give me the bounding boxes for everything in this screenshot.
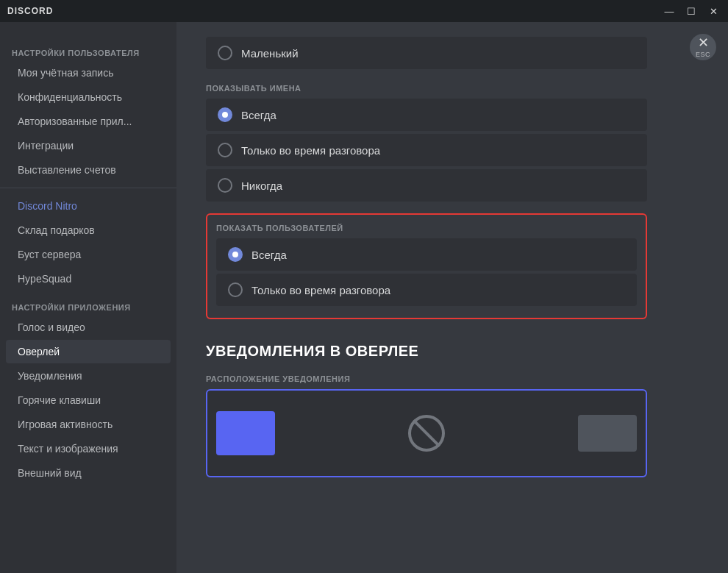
window-controls: — ☐ ✕ [662, 4, 721, 18]
sidebar-item-billing[interactable]: Выставление счетов [6, 158, 171, 182]
no-permission-icon [408, 415, 445, 452]
sidebar-item-notifications[interactable]: Уведомления [6, 364, 171, 388]
title-bar: DISCORD — ☐ ✕ [0, 0, 728, 22]
names-always-radio[interactable] [218, 107, 232, 122]
sidebar-item-discord-nitro[interactable]: Discord Nitro [6, 194, 171, 218]
users-always-label: Всегда [251, 249, 287, 261]
sidebar-item-hotkeys[interactable]: Горячие клавиши [6, 388, 171, 412]
names-talking-option[interactable]: Только во время разговора [206, 134, 647, 166]
users-talking-radio[interactable] [228, 282, 243, 297]
esc-label: ESC [696, 51, 710, 58]
close-settings-button[interactable]: ✕ ESC [690, 34, 716, 60]
sidebar-item-voice-video[interactable]: Голос и видео [6, 316, 171, 339]
small-radio[interactable] [218, 46, 232, 60]
notification-position-label: РАСПОЛОЖЕНИЕ УВЕДОМЛЕНИЯ [206, 374, 647, 383]
sidebar-item-overlay[interactable]: Оверлей [6, 340, 171, 363]
names-always-option[interactable]: Всегда [206, 99, 647, 131]
close-icon: ✕ [698, 36, 709, 49]
sidebar-item-hypesquad[interactable]: HypeSquad [6, 267, 171, 291]
notification-position-diagram [206, 389, 647, 477]
sidebar: НАСТРОЙКИ ПОЛЬЗОВАТЕЛЯ Моя учётная запис… [0, 22, 176, 573]
sidebar-item-my-account[interactable]: Моя учётная запись [6, 61, 171, 85]
notif-position-right[interactable] [578, 415, 637, 452]
sidebar-item-authorized-apps[interactable]: Авторизованные прил... [6, 110, 171, 133]
names-never-label: Никогда [241, 179, 282, 192]
close-button[interactable]: ✕ [706, 4, 721, 18]
sidebar-item-integrations[interactable]: Интеграции [6, 134, 171, 157]
show-users-section: ПОКАЗАТЬ ПОЛЬЗОВАТЕЛЕЙ Всегда Только во … [206, 213, 647, 319]
users-always-radio[interactable] [228, 247, 243, 262]
names-never-radio[interactable] [218, 178, 232, 193]
sidebar-item-appearance[interactable]: Внешний вид [6, 461, 171, 485]
minimize-button[interactable]: — [662, 4, 677, 18]
sidebar-item-text-images[interactable]: Текст и изображения [6, 437, 171, 460]
users-talking-label: Только во время разговора [251, 284, 390, 296]
names-never-option[interactable]: Никогда [206, 169, 647, 202]
sidebar-item-privacy[interactable]: Конфиденциальность [6, 85, 171, 109]
users-talking-option[interactable]: Только во время разговора [216, 274, 637, 306]
notif-position-left[interactable] [216, 411, 275, 455]
sidebar-item-gift-inventory[interactable]: Склад подарков [6, 218, 171, 242]
settings-content: Маленький ПОКАЗЫВАТЬ ИМЕНА Всегда Только… [176, 22, 677, 507]
sidebar-item-game-activity[interactable]: Игровая активность [6, 413, 171, 436]
small-option[interactable]: Маленький [206, 37, 647, 69]
small-label: Маленький [241, 47, 299, 60]
content-area: ✕ ESC Маленький ПОКАЗЫВАТЬ ИМЕНА Всегда … [176, 22, 728, 573]
sidebar-item-server-boost[interactable]: Буст сервера [6, 243, 171, 266]
notifications-title: УВЕДОМЛЕНИЯ В ОВЕРЛЕЕ [206, 343, 647, 360]
user-settings-label: НАСТРОЙКИ ПОЛЬЗОВАТЕЛЯ [0, 37, 176, 60]
app-container: НАСТРОЙКИ ПОЛЬЗОВАТЕЛЯ Моя учётная запис… [0, 22, 728, 573]
maximize-button[interactable]: ☐ [684, 4, 699, 18]
names-talking-label: Только во время разговора [241, 144, 380, 157]
users-always-option[interactable]: Всегда [216, 238, 637, 271]
names-always-label: Всегда [241, 109, 276, 121]
show-names-label: ПОКАЗЫВАТЬ ИМЕНА [206, 84, 647, 93]
app-title: DISCORD [7, 6, 53, 16]
app-settings-label: НАСТРОЙКИ ПРИЛОЖЕНИЯ [0, 291, 176, 315]
show-users-label: ПОКАЗАТЬ ПОЛЬЗОВАТЕЛЕЙ [216, 224, 637, 232]
names-talking-radio[interactable] [218, 143, 232, 157]
